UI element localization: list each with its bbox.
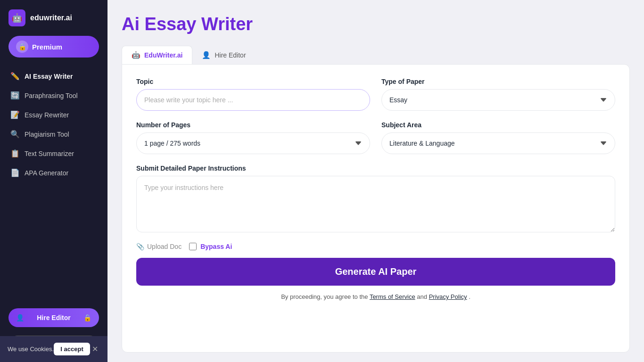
essay-writer-icon: ✏️ bbox=[10, 72, 20, 81]
cookie-text: We use Cookies. bbox=[8, 346, 54, 353]
pages-label: Number of Pages bbox=[136, 121, 370, 129]
and-text: and bbox=[417, 293, 429, 300]
subject-label: Subject Area bbox=[381, 121, 615, 129]
summarizer-icon: 📋 bbox=[10, 149, 20, 158]
sidebar-item-label: APA Generator bbox=[25, 169, 68, 177]
premium-icon: 🔒 bbox=[16, 41, 28, 53]
main-content: Ai Essay Writer 🤖 EduWriter.ai 👤 Hire Ed… bbox=[107, 0, 644, 362]
essay-rewriter-icon: 📝 bbox=[10, 110, 20, 119]
cookie-link[interactable]: Cookies bbox=[30, 346, 52, 353]
disclaimer: By proceeding, you agree to the Terms of… bbox=[136, 293, 615, 300]
sidebar: 🤖 eduwriter.ai 🔒 Premium ✏️ AI Essay Wri… bbox=[0, 0, 107, 362]
form-row-2: Number of Pages 1 page / 275 words 2 pag… bbox=[136, 121, 615, 154]
tabs: 🤖 EduWriter.ai 👤 Hire Editor bbox=[122, 46, 630, 64]
subject-group: Subject Area Literature & Language Scien… bbox=[381, 121, 615, 154]
sidebar-item-plagiarism-tool[interactable]: 🔍 Plagiarism Tool bbox=[5, 125, 103, 143]
topic-input[interactable] bbox=[136, 89, 370, 111]
hire-editor-lock-icon: 🔒 bbox=[83, 314, 91, 321]
plagiarism-icon: 🔍 bbox=[10, 130, 20, 139]
bypass-checkbox[interactable] bbox=[189, 243, 197, 250]
sidebar-nav: ✏️ AI Essay Writer 🔄 Paraphrasing Tool 📝… bbox=[0, 67, 107, 304]
tab-eduwriter-icon: 🤖 bbox=[132, 51, 140, 59]
apa-icon: 📄 bbox=[10, 168, 20, 177]
pages-group: Number of Pages 1 page / 275 words 2 pag… bbox=[136, 121, 370, 154]
sidebar-item-apa-generator[interactable]: 📄 APA Generator bbox=[5, 164, 103, 182]
bypass-ai-label: Bypass Ai bbox=[200, 243, 232, 250]
paraphrasing-icon: 🔄 bbox=[10, 91, 20, 100]
cookie-accept-button[interactable]: I accept bbox=[54, 343, 90, 355]
logo-text: eduwriter.ai bbox=[30, 14, 72, 22]
tab-hire-editor-icon: 👤 bbox=[202, 51, 211, 59]
sidebar-item-label: Text Summarizer bbox=[25, 150, 74, 157]
sidebar-item-text-summarizer[interactable]: 📋 Text Summarizer bbox=[5, 144, 103, 163]
tab-hire-editor-label: Hire Editor bbox=[215, 51, 246, 59]
tab-eduwriter-label: EduWriter.ai bbox=[144, 51, 182, 59]
cookie-close-button[interactable]: ✕ bbox=[90, 345, 100, 354]
hire-editor-icon: 👤 bbox=[16, 314, 24, 321]
bottom-actions: 📎 Upload Doc Bypass Ai bbox=[136, 243, 615, 250]
privacy-link[interactable]: Privacy Policy bbox=[429, 293, 467, 300]
paper-type-label: Type of Paper bbox=[381, 78, 615, 85]
disclaimer-text: By proceeding, you agree to the bbox=[281, 293, 368, 300]
form-row-1: Topic Type of Paper Essay Research Paper… bbox=[136, 78, 615, 111]
hire-editor-label: Hire Editor bbox=[37, 314, 71, 321]
sidebar-item-label: AI Essay Writer bbox=[25, 73, 73, 80]
upload-doc-button[interactable]: 📎 Upload Doc bbox=[136, 243, 182, 250]
instructions-label: Submit Detailed Paper Instructions bbox=[136, 165, 615, 172]
topic-group: Topic bbox=[136, 78, 370, 111]
sidebar-item-label: Essay Rewriter bbox=[25, 111, 69, 119]
cookie-bar: We use Cookies. I accept ✕ bbox=[0, 336, 107, 362]
paper-type-select[interactable]: Essay Research Paper Term Paper Disserta… bbox=[381, 89, 615, 111]
upload-icon: 📎 bbox=[136, 243, 144, 250]
topic-label: Topic bbox=[136, 78, 370, 85]
subject-select[interactable]: Literature & Language Science Mathematic… bbox=[381, 132, 615, 154]
generate-button[interactable]: Generate AI Paper bbox=[136, 258, 615, 286]
sidebar-item-label: Paraphrasing Tool bbox=[25, 92, 78, 99]
terms-link[interactable]: Terms of Service bbox=[370, 293, 415, 300]
paper-type-group: Type of Paper Essay Research Paper Term … bbox=[381, 78, 615, 111]
hire-editor-button[interactable]: 👤 Hire Editor 🔒 bbox=[8, 308, 99, 327]
pages-select[interactable]: 1 page / 275 words 2 pages / 550 words 3… bbox=[136, 132, 370, 154]
page-title: Ai Essay Writer bbox=[122, 14, 630, 34]
sidebar-item-ai-essay-writer[interactable]: ✏️ AI Essay Writer bbox=[5, 67, 103, 85]
disclaimer-end: . bbox=[469, 293, 471, 300]
upload-doc-label: Upload Doc bbox=[147, 243, 182, 250]
form-card: Topic Type of Paper Essay Research Paper… bbox=[122, 64, 630, 353]
logo: 🤖 eduwriter.ai bbox=[0, 0, 107, 36]
sidebar-item-essay-rewriter[interactable]: 📝 Essay Rewriter bbox=[5, 106, 103, 124]
tab-eduwriter[interactable]: 🤖 EduWriter.ai bbox=[122, 46, 192, 64]
instructions-textarea[interactable] bbox=[136, 176, 615, 232]
premium-button[interactable]: 🔒 Premium bbox=[8, 36, 99, 58]
premium-label: Premium bbox=[32, 43, 62, 51]
tab-hire-editor[interactable]: 👤 Hire Editor bbox=[192, 46, 255, 64]
logo-icon: 🤖 bbox=[8, 9, 25, 26]
sidebar-item-paraphrasing-tool[interactable]: 🔄 Paraphrasing Tool bbox=[5, 86, 103, 105]
sidebar-item-label: Plagiarism Tool bbox=[25, 131, 69, 138]
instructions-group: Submit Detailed Paper Instructions bbox=[136, 165, 615, 234]
bypass-ai-toggle[interactable]: Bypass Ai bbox=[189, 243, 232, 250]
